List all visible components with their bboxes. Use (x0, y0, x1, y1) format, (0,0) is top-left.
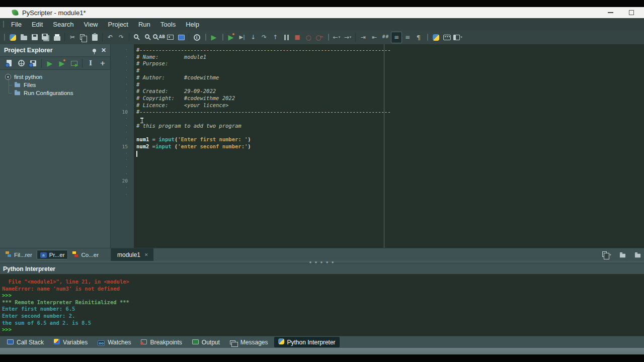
comment-icon[interactable]: ## (380, 32, 391, 43)
bottom-tab-call-stack[interactable]: Call Stack (3, 337, 48, 347)
tree-item-run-configurations[interactable]: Run Configurations (0, 89, 110, 97)
copy-icon[interactable] (78, 32, 89, 43)
pe-new-project-icon[interactable] (3, 57, 15, 69)
breakpoint-icon[interactable]: ○ (303, 32, 314, 43)
window-list-icon[interactable]: ▾ (602, 249, 613, 260)
gutter-row: · (111, 157, 128, 164)
toolbar-separator (102, 33, 103, 42)
bottom-tab-output[interactable]: Output (188, 337, 224, 347)
tab-module1[interactable]: module1 ✕ (111, 248, 153, 261)
menu-project[interactable]: Project (103, 18, 133, 30)
panel-tab-project-explorer-tab[interactable]: aPr...er (37, 250, 68, 259)
find-next-icon[interactable] (142, 32, 153, 43)
replace-icon[interactable]: AB (153, 32, 165, 43)
picture-icon[interactable] (165, 32, 176, 43)
run-icon[interactable]: ▶ (208, 32, 219, 43)
clear-breakpoints-icon[interactable]: ○✂ (314, 32, 325, 43)
menu-run[interactable]: Run (133, 18, 155, 30)
code-explorer-tab-icon (72, 251, 78, 258)
step-out-icon[interactable]: ↑ (270, 32, 281, 43)
interpreter-console[interactable]: File "<module1>", line 21, in <module>Na… (0, 274, 644, 336)
print-icon[interactable] (51, 32, 62, 43)
web-icon[interactable] (176, 32, 187, 43)
tree-item-project-root[interactable]: first python (0, 73, 110, 81)
panel-tab-label: Fil...rer (14, 252, 32, 258)
bottom-tab-variables[interactable]: Variables (50, 337, 92, 347)
pe-save-project-icon[interactable] (27, 57, 39, 69)
gutter-row: · (111, 95, 128, 102)
menu-help[interactable]: Help (181, 18, 204, 30)
dock-window-icon[interactable] (632, 249, 643, 260)
menu-tools[interactable]: Tools (155, 18, 181, 30)
toolbar-grip[interactable] (222, 34, 223, 41)
gutter-row: · (111, 171, 128, 178)
forward-icon[interactable]: →▾ (342, 32, 353, 43)
interpreter-header: Python Interpreter (0, 264, 644, 274)
interpreter-title: Python Interpreter (3, 265, 55, 273)
back-icon[interactable]: ←▾ (331, 32, 342, 43)
pe-debug-icon[interactable]: ▶ (56, 57, 68, 69)
folder-icon (14, 89, 21, 97)
code-line: # Licence: <your licence> (136, 102, 644, 109)
layouts-icon[interactable]: ▾ (452, 32, 463, 43)
stop-icon[interactable]: ■ (292, 32, 303, 43)
menu-view[interactable]: View (79, 18, 103, 30)
gutter-row: · (111, 74, 128, 81)
run-to-cursor-icon[interactable]: ▶| (236, 32, 248, 43)
paste-icon[interactable] (89, 32, 100, 43)
toolbar-grip[interactable] (205, 34, 206, 41)
bottom-tab-breakpoints[interactable]: Breakpoints (137, 337, 186, 347)
toolbar-grip[interactable] (328, 34, 329, 41)
pe-add-icon[interactable]: + (97, 57, 109, 69)
watches-icon: oo (98, 339, 105, 346)
tree-item-files[interactable]: Files (0, 81, 110, 89)
float-window-icon[interactable] (617, 249, 628, 260)
step-over-icon[interactable]: ↷ (259, 32, 270, 43)
indent-icon[interactable]: ⇥ (358, 32, 369, 43)
maximize-button[interactable] (623, 7, 640, 18)
find-icon[interactable] (131, 32, 142, 43)
debug-icon[interactable]: ▶ (225, 32, 236, 43)
word-wrap-icon[interactable]: ≡ (391, 32, 402, 43)
pin-icon[interactable] (93, 49, 96, 52)
toolbar-grip[interactable] (427, 34, 428, 41)
save-icon[interactable] (29, 32, 40, 43)
menu-edit[interactable]: Edit (27, 18, 48, 30)
panel-tab-file-explorer-tab[interactable]: Fil...rer (2, 250, 36, 260)
step-into-icon[interactable]: ↓ (248, 32, 259, 43)
tab-close-icon[interactable]: ✕ (144, 252, 148, 257)
right-margin-ruler (384, 44, 384, 248)
python-engine-icon[interactable] (430, 32, 441, 43)
open-file-icon[interactable] (18, 32, 29, 43)
pe-expand-icon[interactable]: I (85, 57, 97, 69)
python-file-icon[interactable] (7, 32, 18, 43)
bottom-tab-python-interpreter[interactable]: Python Interpreter (274, 337, 340, 347)
bottom-tab-watches[interactable]: ooWatches (94, 337, 135, 347)
outdent-icon[interactable]: ⇤ (369, 32, 380, 43)
toolbar-grip[interactable] (4, 34, 5, 41)
pause-icon[interactable] (281, 32, 292, 43)
undo-icon[interactable]: ↶ (105, 32, 116, 43)
pe-run-icon[interactable]: ▶ (44, 57, 56, 69)
editor-code-area[interactable]: #---------------------------------------… (134, 44, 644, 248)
code-editor[interactable]: ·········10····15····20·· #-------------… (111, 44, 644, 248)
bottom-tab-messages[interactable]: Messages (226, 337, 272, 347)
format-icon[interactable]: ≡ (402, 32, 413, 43)
menu-file[interactable]: File (6, 18, 27, 30)
redo-icon[interactable]: ↷ (116, 32, 127, 43)
shortcuts-icon[interactable] (441, 32, 452, 43)
close-panel-icon[interactable]: ✕ (101, 47, 106, 54)
pe-external-run-icon[interactable] (68, 57, 80, 69)
special-chars-icon[interactable]: ¶ (413, 32, 424, 43)
panel-tab-code-explorer-tab[interactable]: Co...er (69, 250, 102, 260)
menubar-grip[interactable] (3, 21, 4, 28)
pe-open-project-icon[interactable] (15, 57, 27, 69)
code-line: num2 =input ('enter seconf number:') (136, 143, 644, 150)
save-all-icon[interactable] (40, 32, 51, 43)
app-logo-icon (12, 9, 19, 16)
info-icon[interactable]: i (191, 32, 202, 43)
menu-search[interactable]: Search (48, 18, 78, 30)
cut-icon[interactable]: ✂ (67, 32, 78, 43)
editor-gutter[interactable]: ·········10····15····20·· (111, 44, 134, 248)
minimize-button[interactable] (602, 7, 619, 18)
